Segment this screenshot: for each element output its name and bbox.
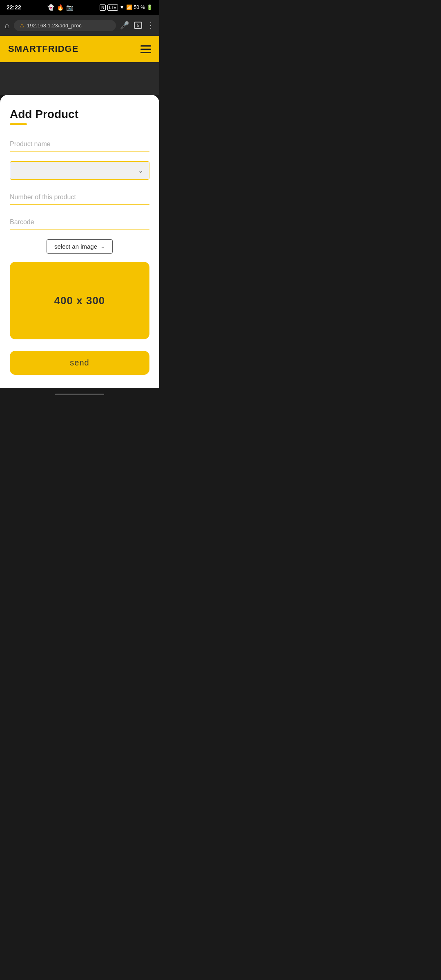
browser-actions: 🎤 5 ⋮ — [120, 21, 154, 30]
hamburger-menu-button[interactable] — [140, 45, 151, 53]
image-select-button[interactable]: select an image ⌄ — [47, 239, 113, 254]
product-name-input[interactable] — [10, 136, 149, 151]
status-time: 22:22 — [7, 4, 21, 11]
snapchat-icon: 👻 — [47, 4, 54, 11]
product-name-group — [10, 136, 149, 151]
title-underline — [10, 123, 27, 125]
status-icons: 👻 🔥 📷 — [47, 4, 73, 11]
hamburger-line-3 — [140, 52, 151, 53]
wifi-icon: ▼ — [120, 4, 125, 10]
tinder-icon: 🔥 — [57, 4, 64, 11]
send-label: send — [70, 358, 89, 367]
home-indicator — [55, 394, 104, 395]
image-placeholder: 400 x 300 — [10, 262, 149, 339]
lte-icon: LTE — [107, 4, 118, 11]
product-number-group — [10, 189, 149, 205]
page-title: Add Product — [10, 108, 149, 121]
browser-home-icon[interactable]: ⌂ — [5, 21, 10, 30]
battery-level: 50 % — [134, 4, 145, 10]
image-select-chevron-icon: ⌄ — [100, 243, 105, 249]
hamburger-line-1 — [140, 45, 151, 47]
bottom-bar — [0, 388, 159, 401]
chevron-down-icon: ⌄ — [138, 167, 143, 174]
dark-spacer — [0, 62, 159, 95]
instagram-icon: 📷 — [66, 4, 73, 11]
hamburger-line-2 — [140, 49, 151, 50]
product-number-input[interactable] — [10, 189, 149, 205]
status-bar: 22:22 👻 🔥 📷 N LTE ▼ 📶 50 % 🔋 — [0, 0, 159, 15]
tab-count-badge[interactable]: 5 — [134, 22, 142, 29]
signal-icon: 📶 — [126, 4, 132, 10]
nfc-icon: N — [100, 4, 106, 11]
microphone-icon[interactable]: 🎤 — [120, 21, 129, 30]
browser-url-bar[interactable]: ⚠ 192.168.1.23/add_proc — [14, 20, 116, 31]
app-logo: SMARTFRIDGE — [8, 44, 78, 54]
app-header: SMARTFRIDGE — [0, 36, 159, 62]
warning-icon: ⚠ — [20, 22, 24, 29]
send-button[interactable]: send — [10, 351, 149, 375]
image-select-label: select an image — [54, 243, 97, 250]
barcode-input[interactable] — [10, 214, 149, 229]
browser-url-text: 192.168.1.23/add_proc — [27, 22, 82, 29]
battery-icon: 🔋 — [147, 4, 153, 10]
image-placeholder-size: 400 x 300 — [54, 294, 105, 307]
more-options-icon[interactable]: ⋮ — [147, 21, 154, 30]
barcode-group — [10, 214, 149, 229]
browser-bar: ⌂ ⚠ 192.168.1.23/add_proc 🎤 5 ⋮ — [0, 15, 159, 36]
category-dropdown[interactable]: ⌄ — [10, 161, 149, 180]
image-select-wrapper: select an image ⌄ — [10, 239, 149, 254]
form-card: Add Product ⌄ select an image ⌄ 400 x 30… — [0, 95, 159, 388]
status-right: N LTE ▼ 📶 50 % 🔋 — [100, 4, 153, 11]
